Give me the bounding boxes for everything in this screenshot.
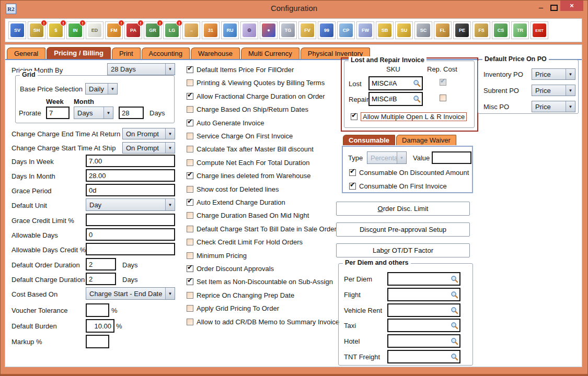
shop-order-icon[interactable]: SH! <box>28 21 45 39</box>
per-diem-input[interactable] <box>388 275 449 283</box>
vehicle-rent-input[interactable] <box>388 307 449 314</box>
option-charge-duration-based-on-mid-night[interactable]: ✔Charge Duration Based On Mid Night <box>187 212 309 219</box>
form-icon[interactable]: FM! <box>105 21 123 39</box>
option-calculate-tax-after-master-bill-discount[interactable]: ✔Calculate Tax after Master Bill discoun… <box>187 145 314 153</box>
tab-multi-currency[interactable]: Multi Currency <box>241 48 299 59</box>
checkbox[interactable]: ✔ <box>349 183 356 190</box>
repair-sku-field[interactable] <box>368 92 423 106</box>
ruler-icon[interactable]: RU <box>221 21 239 39</box>
option-set-item-as-non-discountable-on-sub-assign[interactable]: ✔Set Item as Non-Discountable on Sub-Ass… <box>187 278 333 286</box>
checkbox[interactable]: ✔ <box>187 292 193 299</box>
tab-pricing-billing[interactable]: Pricing / Billing <box>47 47 111 59</box>
spheres-icon[interactable]: ● <box>260 21 278 39</box>
chevron-down-icon[interactable]: ▼ <box>108 84 117 94</box>
minimize-button[interactable]: – <box>535 4 547 13</box>
tnt-freight-field[interactable] <box>387 350 460 363</box>
folder-settings-icon[interactable]: FS <box>472 21 490 39</box>
lost-sku-field[interactable] <box>368 76 423 90</box>
chevron-down-icon[interactable]: ▼ <box>103 107 113 119</box>
option-default-charge-start-to-bill-date-in-sale-order[interactable]: ✔Default Charge Start To Bill Date in Sa… <box>187 225 337 233</box>
tab-consumable[interactable]: Consumable <box>343 135 395 145</box>
vehicle-rent-field[interactable] <box>387 303 460 317</box>
pricing-month-by-combo[interactable]: 28 Days ▼ <box>107 63 175 75</box>
forward-document-icon[interactable]: FW <box>356 21 374 39</box>
repair-sku-input[interactable] <box>370 95 411 103</box>
option-allow-to-add-cr-db-memo-to-summary-invoice[interactable]: ✔Allow to add CR/DB Memo to Summary Invo… <box>187 318 339 326</box>
folder-lock-icon[interactable]: FL <box>434 21 452 39</box>
lost-sku-input[interactable] <box>370 79 411 87</box>
search-icon[interactable] <box>411 95 422 103</box>
payment-book-icon[interactable]: PA! <box>124 21 142 39</box>
exit-icon[interactable]: EXIT <box>531 21 548 39</box>
markup-input[interactable] <box>86 335 109 348</box>
search-icon[interactable] <box>449 353 459 361</box>
shield-search-icon[interactable]: SB <box>376 21 394 39</box>
option-service-charge-on-first-invoice[interactable]: ✔Service Charge On First Invoice <box>187 132 293 140</box>
checkbox[interactable]: ✔ <box>187 93 193 100</box>
allowable-days-input[interactable] <box>86 228 175 241</box>
tab-damage-waiver[interactable]: Damage Waiver <box>396 135 456 145</box>
option-check-credit-limit-for-hold-orders[interactable]: ✔Check Credit Limit For Hold Orders <box>187 238 303 246</box>
checkbox[interactable]: ✔ <box>187 239 193 245</box>
default-burden-input[interactable] <box>86 319 114 333</box>
discount-pre-approval-setup-button[interactable]: Discount Pre-approval Setup <box>336 222 470 237</box>
voucher-tolerance-input[interactable] <box>86 303 109 317</box>
checkbox[interactable]: ✔ <box>187 319 193 325</box>
tab-print[interactable]: Print <box>112 48 141 59</box>
checkbox[interactable]: ✔ <box>187 106 193 113</box>
checkbox[interactable]: ✔ <box>187 120 193 126</box>
inventory-po-combo[interactable]: Price▼ <box>532 68 575 80</box>
labor-ot-dt-factor-button[interactable]: Labor OT/DT Factor <box>336 243 470 257</box>
option-allow-fractional-charge-duration-on-order[interactable]: ✔Allow Fractional Charge Duration on Ord… <box>187 92 325 100</box>
checkbox[interactable]: ✔ <box>349 169 356 176</box>
change-charge-start-combo[interactable]: On Prompt ▼ <box>122 142 175 154</box>
chevron-down-icon[interactable]: ▼ <box>165 64 175 75</box>
flight-input[interactable] <box>388 291 449 299</box>
flight-field[interactable] <box>387 288 460 301</box>
close-button[interactable]: × <box>560 1 583 11</box>
default-order-duration-input[interactable] <box>86 258 116 271</box>
copy-document-icon[interactable]: CP <box>337 21 355 39</box>
change-charge-end-combo[interactable]: On Prompt ▼ <box>122 128 175 139</box>
chevron-down-icon[interactable]: ▼ <box>566 85 575 96</box>
display-panel-icon[interactable]: 99 <box>318 21 336 39</box>
cost-based-on-combo[interactable]: Charge Start - End Date ▼ <box>86 287 175 300</box>
checkbox[interactable]: ✔ <box>187 252 193 259</box>
option-show-cost-for-deleted-lines[interactable]: ✔Show cost for Deleted lines <box>187 185 279 193</box>
checkbox[interactable]: ✔ <box>187 278 193 285</box>
default-unit-combo[interactable]: Day ▼ <box>86 198 175 211</box>
option-order-discount-approvals[interactable]: ✔Order Discount Approvals <box>187 265 274 273</box>
tab-general[interactable]: General <box>7 48 45 59</box>
person-export-icon[interactable]: PE <box>453 21 471 39</box>
grid-sheet-icon[interactable]: GR! <box>144 21 162 39</box>
option-printing-viewing-quotes-by-billing-terms[interactable]: ✔Printing & Viewing Quotes by Billing Te… <box>187 79 325 87</box>
option-apply-grid-pricing-to-order[interactable]: ✔Apply Grid Pricing To Order <box>187 304 279 312</box>
checkbox[interactable]: ✔ <box>187 212 193 219</box>
grace-period-input[interactable] <box>86 184 175 196</box>
checkbox[interactable]: ✔ <box>187 265 193 272</box>
checkbox[interactable]: ✔ <box>187 133 193 139</box>
lost-rep-cost-checkbox[interactable]: ✔ <box>440 79 446 86</box>
chevron-down-icon[interactable]: ▼ <box>566 101 575 112</box>
order-disc-limit-button[interactable]: Order Disc. Limit <box>336 202 470 216</box>
shield-user-icon[interactable]: SU <box>395 21 413 39</box>
tab-accounting[interactable]: Accounting <box>142 48 190 59</box>
tab-warehouse[interactable]: Warehouse <box>191 48 240 59</box>
chevron-down-icon[interactable]: ▼ <box>165 143 175 153</box>
save-icon[interactable]: SV <box>8 21 26 39</box>
search-icon[interactable] <box>449 275 459 283</box>
checkbox[interactable]: ✔ <box>187 226 193 232</box>
checkbox[interactable]: ✔ <box>187 66 193 73</box>
search-icon[interactable] <box>449 337 459 345</box>
default-charge-duration-input[interactable] <box>86 273 116 285</box>
folder-verify-icon[interactable]: FV <box>298 21 316 39</box>
invoice-icon[interactable]: IN! <box>66 21 84 39</box>
checkbox[interactable]: ✔ <box>187 159 193 166</box>
chevron-down-icon[interactable]: ▼ <box>566 69 575 79</box>
cash-icon[interactable]: $! <box>47 21 65 39</box>
allowable-days-credit-input[interactable] <box>86 243 175 255</box>
option-auto-generate-invoice[interactable]: ✔Auto Generate Invoice <box>187 119 264 127</box>
chevron-down-icon[interactable]: ▼ <box>165 199 175 210</box>
option-reprice-on-changing-prep-date[interactable]: ✔Reprice On Changing Prep Date <box>187 291 294 299</box>
checkbox[interactable]: ✔ <box>187 146 193 152</box>
